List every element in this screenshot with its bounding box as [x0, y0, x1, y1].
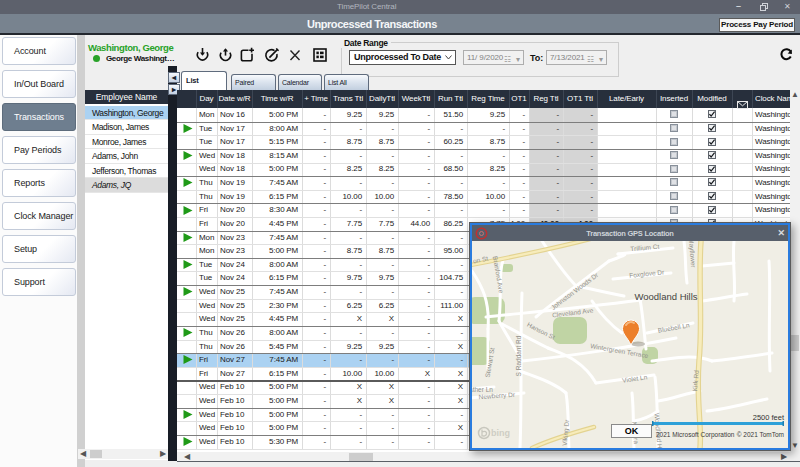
svg-text:2500 feet: 2500 feet: [753, 413, 785, 422]
svg-text:S Raddant Rd: S Raddant Rd: [515, 335, 522, 376]
svg-text:bing: bing: [491, 428, 510, 438]
svg-text:© 2021 TomTom: © 2021 TomTom: [737, 431, 784, 438]
svg-text:ather Ln: ather Ln: [472, 386, 493, 393]
svg-text:2021 Microsoft Corporation: 2021 Microsoft Corporation: [656, 431, 735, 439]
svg-text:Woodland Hills: Woodland Hills: [634, 291, 697, 302]
